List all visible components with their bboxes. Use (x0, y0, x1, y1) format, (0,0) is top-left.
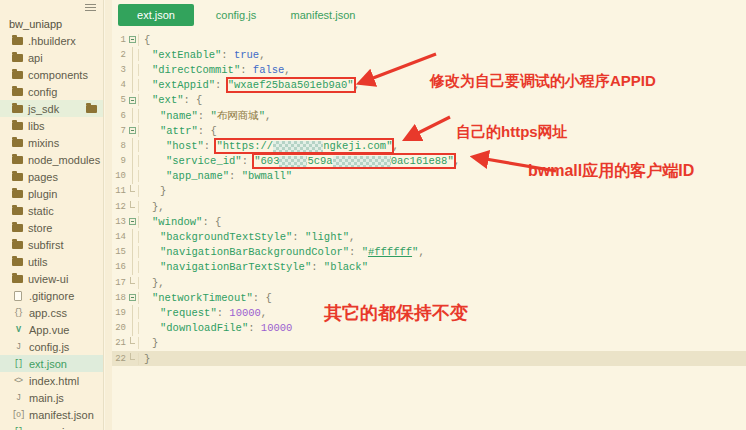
file-tree-item-store[interactable]: store (0, 219, 103, 236)
file-tree-item-components[interactable]: components (0, 66, 103, 83)
file-tree-item-subfirst[interactable]: subfirst (0, 236, 103, 253)
js-file-icon: J (12, 342, 24, 352)
line-number: 14 (112, 232, 126, 242)
code-line-8[interactable]: 8"host": "https://ngkeji.com", (112, 138, 746, 153)
code-text: "host": "https://ngkeji.com", (138, 140, 399, 152)
json-file-icon: [] (12, 427, 24, 430)
file-tree-item-main-js[interactable]: Jmain.js (0, 389, 103, 406)
json-o-file-icon: [o] (12, 410, 24, 420)
file-tree-item-index-html[interactable]: <>index.html (0, 372, 103, 389)
file-tree-item-label: pages (28, 171, 58, 183)
indent-guide (126, 154, 138, 169)
line-number: 7 (112, 126, 126, 136)
indent-guide (126, 47, 138, 62)
code-line-12[interactable]: 12}, (112, 199, 746, 214)
code-text: { (138, 34, 150, 46)
code-line-6[interactable]: 6"name": "布网商城", (112, 108, 746, 123)
indent-guide (126, 169, 138, 184)
file-tree-item-config[interactable]: config (0, 83, 103, 100)
code-line-17[interactable]: 17}, (112, 275, 746, 290)
file-tree-item-label: index.html (29, 375, 79, 387)
file-tree-item-mixins[interactable]: mixins (0, 134, 103, 151)
code-text: "extAppid": "wxaef25baa501eb9a0", (138, 79, 360, 91)
code-line-7[interactable]: 7"attr": { (112, 123, 746, 138)
file-tree: bw_uniapp .hbuilderxapicomponentsconfigj… (0, 0, 103, 430)
indent-guide (126, 62, 138, 77)
file-tree-item-static[interactable]: static (0, 202, 103, 219)
code-line-13[interactable]: 13"window": { (112, 214, 746, 229)
file-tree-item-label: utils (28, 256, 48, 268)
file-tree-item-api[interactable]: api (0, 49, 103, 66)
file-tree-item-pages-json[interactable]: []pages.json (0, 423, 103, 430)
indent-guide (126, 321, 138, 336)
code-text: }, (138, 201, 165, 213)
file-tree-item-app-vue[interactable]: VApp.vue (0, 321, 103, 338)
sidebar-splitter[interactable] (105, 0, 112, 430)
file-tree-item-plugin[interactable]: plugin (0, 185, 103, 202)
line-number: 12 (112, 202, 126, 212)
fold-toggle-icon[interactable] (126, 214, 138, 229)
file-explorer-sidebar: bw_uniapp .hbuilderxapicomponentsconfigj… (0, 0, 104, 430)
braces-file-icon: {} (12, 308, 24, 318)
code-line-1[interactable]: 1{ (112, 32, 746, 47)
hamburger-menu-icon[interactable] (85, 4, 96, 11)
annotation-host-note: 自己的https网址 (456, 123, 568, 142)
file-tree-item-manifest-json[interactable]: [o]manifest.json (0, 406, 103, 423)
indent-guide (126, 305, 138, 320)
folder-icon (12, 71, 23, 79)
file-tree-item-config-js[interactable]: Jconfig.js (0, 338, 103, 355)
file-tree-item-libs[interactable]: libs (0, 117, 103, 134)
code-line-5[interactable]: 5"ext": { (112, 93, 746, 108)
code-line-11[interactable]: 11} (112, 184, 746, 199)
code-line-22[interactable]: 22} (112, 351, 746, 366)
project-root[interactable]: bw_uniapp (0, 15, 103, 32)
file-tree-item-node-modules[interactable]: node_modules (0, 151, 103, 168)
code-line-14[interactable]: 14"backgroundTextStyle": "light", (112, 229, 746, 244)
file-tree-item-label: .gitignore (29, 290, 74, 302)
folder-icon (12, 241, 23, 249)
file-tree-item-pages[interactable]: pages (0, 168, 103, 185)
code-text: }, (138, 277, 165, 289)
editor-tabbar: ext.json config.js manifest.json (112, 0, 746, 30)
tab-manifest-json[interactable]: manifest.json (278, 4, 368, 26)
indent-guide (126, 78, 138, 93)
indent-guide (126, 184, 138, 199)
folder-icon (12, 275, 23, 283)
code-line-21[interactable]: 21} (112, 336, 746, 351)
file-tree-item-label: libs (28, 120, 45, 132)
file-icon (14, 291, 22, 301)
code-line-16[interactable]: 16"navigationBarTextStyle": "black" (112, 260, 746, 275)
line-number: 2 (112, 50, 126, 60)
file-tree-item--hbuilderx[interactable]: .hbuilderx (0, 32, 103, 49)
code-line-15[interactable]: 15"navigationBarBackgroundColor": "#ffff… (112, 245, 746, 260)
line-number: 15 (112, 247, 126, 257)
red-highlight-box: "https://ngkeji.com" (216, 140, 392, 152)
file-tree-item--gitignore[interactable]: .gitignore (0, 287, 103, 304)
file-tree-item-label: subfirst (28, 239, 63, 251)
file-tree-item-app-css[interactable]: {}app.css (0, 304, 103, 321)
file-tree-item-label: static (28, 205, 54, 217)
indent-guide (126, 245, 138, 260)
file-tree-item-ext-json[interactable]: []ext.json (0, 355, 103, 372)
code-text: "navigationBarTextStyle": "black" (138, 261, 368, 273)
line-number: 18 (112, 293, 126, 303)
line-number: 9 (112, 156, 126, 166)
tab-ext-json[interactable]: ext.json (118, 4, 194, 26)
tab-config-js[interactable]: config.js (198, 4, 274, 26)
red-highlight-box: "wxaef25baa501eb9a0" (228, 79, 354, 91)
fold-toggle-icon[interactable] (126, 32, 138, 47)
fold-toggle-icon[interactable] (126, 123, 138, 138)
file-tree-item-js-sdk[interactable]: js_sdk (0, 100, 103, 117)
folder-icon (12, 105, 23, 113)
censored-mosaic (273, 141, 323, 152)
file-tree-item-label: js_sdk (28, 103, 59, 115)
folder-icon (12, 156, 23, 164)
fold-toggle-icon[interactable] (126, 93, 138, 108)
censored-mosaic (279, 156, 307, 167)
file-tree-item-uview-ui[interactable]: uview-ui (0, 270, 103, 287)
code-line-2[interactable]: 2"extEnable": true, (112, 47, 746, 62)
file-tree-item-label: manifest.json (29, 409, 94, 421)
code-text: "attr": { (138, 125, 217, 137)
file-tree-item-utils[interactable]: utils (0, 253, 103, 270)
fold-toggle-icon[interactable] (126, 290, 138, 305)
